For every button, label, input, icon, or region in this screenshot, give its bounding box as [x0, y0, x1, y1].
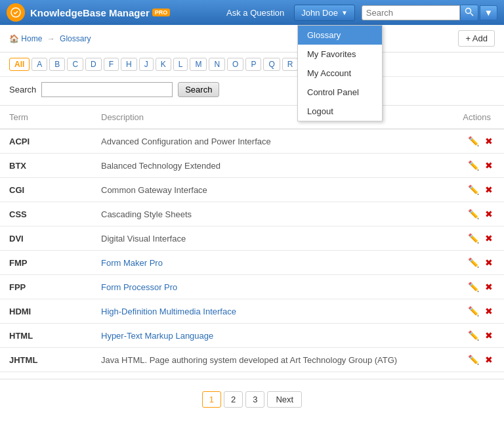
alpha-btn-o[interactable]: O: [227, 58, 243, 71]
alpha-btn-b[interactable]: B: [49, 58, 65, 71]
edit-icon[interactable]: ✏️: [467, 160, 479, 171]
alpha-btn-d[interactable]: D: [85, 58, 102, 71]
search-input[interactable]: [41, 82, 173, 97]
desc-cell: Form Processor Pro: [92, 275, 452, 299]
ask-question-link[interactable]: Ask a Question: [226, 8, 284, 18]
alpha-btn-m[interactable]: M: [190, 58, 207, 71]
alpha-btn-h[interactable]: H: [121, 58, 137, 71]
actions-cell: ✏️ ✖: [452, 299, 504, 324]
delete-icon[interactable]: ✖: [483, 232, 495, 244]
term-cell: HDMI: [0, 299, 92, 324]
menu-item-favorites[interactable]: My Favorites: [298, 45, 382, 64]
header-search: ▼: [362, 5, 497, 21]
menu-item-glossary[interactable]: Glossary: [298, 26, 382, 45]
alpha-filter: AllABCDFHJKLMNOPQRSUYZ: [0, 53, 504, 77]
edit-icon[interactable]: ✏️: [467, 232, 479, 244]
alpha-btn-n[interactable]: N: [209, 58, 225, 71]
header: KnowledgeBase Manager PRO Ask a Question…: [0, 0, 504, 25]
actions-cell: ✏️ ✖: [452, 178, 504, 202]
term-cell: ACPI: [0, 129, 92, 154]
alpha-btn-f[interactable]: F: [104, 58, 119, 71]
actions-cell: ✏️ ✖: [452, 324, 504, 348]
edit-icon[interactable]: ✏️: [467, 184, 479, 196]
edit-icon[interactable]: ✏️: [467, 354, 479, 366]
col-description: Description: [92, 106, 452, 129]
desc-cell: Advanced Configuration and Power Interfa…: [92, 129, 452, 154]
delete-icon[interactable]: ✖: [483, 184, 495, 196]
alpha-btn-q[interactable]: Q: [263, 58, 280, 71]
alpha-btn-j[interactable]: J: [139, 58, 154, 71]
delete-icon[interactable]: ✖: [483, 330, 495, 341]
delete-icon[interactable]: ✖: [483, 160, 495, 171]
delete-icon[interactable]: ✖: [483, 305, 495, 317]
desc-cell: Java HTML. Page authoring system develop…: [92, 348, 452, 372]
term-cell: CSS: [0, 202, 92, 226]
desc-cell: Hyper-Text Markup Language: [92, 324, 452, 348]
alpha-btn-p[interactable]: P: [245, 58, 261, 71]
table-row: FMP Form Maker Pro ✏️ ✖: [0, 251, 504, 275]
search-label: Search: [9, 85, 36, 95]
table-row: CSS Cascading Style Sheets ✏️ ✖: [0, 202, 504, 226]
edit-icon[interactable]: ✏️: [467, 135, 479, 147]
delete-icon[interactable]: ✖: [483, 208, 495, 220]
edit-icon[interactable]: ✏️: [467, 330, 479, 341]
header-search-input[interactable]: [362, 5, 460, 20]
term-cell: CGI: [0, 178, 92, 202]
edit-icon[interactable]: ✏️: [467, 257, 479, 268]
edit-icon[interactable]: ✏️: [467, 208, 479, 220]
menu-item-logout[interactable]: Logout: [298, 102, 382, 121]
col-term: Term: [0, 106, 92, 129]
alpha-btn-r[interactable]: R: [282, 58, 299, 71]
pagination-next-button[interactable]: Next: [267, 391, 302, 408]
actions-cell: ✏️ ✖: [452, 275, 504, 299]
delete-icon[interactable]: ✖: [483, 257, 495, 268]
table-header-row: Term Description Actions: [0, 106, 504, 129]
actions-cell: ✏️ ✖: [452, 348, 504, 372]
desc-cell: Cascading Style Sheets: [92, 202, 452, 226]
alpha-btn-c[interactable]: C: [67, 58, 83, 71]
add-button[interactable]: + Add: [458, 30, 495, 47]
logo: KnowledgeBase Manager PRO: [7, 3, 226, 22]
menu-item-control-panel[interactable]: Control Panel: [298, 83, 382, 102]
table-row: ACPI Advanced Configuration and Power In…: [0, 129, 504, 154]
delete-icon[interactable]: ✖: [483, 354, 495, 366]
col-actions: Actions: [452, 106, 504, 129]
actions-cell: ✏️ ✖: [452, 202, 504, 226]
page-btn-3[interactable]: 3: [245, 391, 264, 408]
actions-cell: ✏️ ✖: [452, 154, 504, 178]
edit-icon[interactable]: ✏️: [467, 281, 479, 293]
breadcrumb-current[interactable]: Glossary: [60, 34, 91, 43]
user-menu-button[interactable]: John Doe ▼: [294, 5, 355, 21]
desc-cell: Common Gateway Interface: [92, 178, 452, 202]
alpha-btn-k[interactable]: K: [156, 58, 171, 71]
page-btn-1[interactable]: 1: [202, 391, 221, 408]
term-cell: FPP: [0, 275, 92, 299]
glossary-table: Term Description Actions ACPI Advanced C…: [0, 106, 504, 372]
search-button[interactable]: Search: [178, 82, 219, 97]
term-cell: HTML: [0, 324, 92, 348]
menu-item-account[interactable]: My Account: [298, 64, 382, 83]
table-row: HTML Hyper-Text Markup Language ✏️ ✖: [0, 324, 504, 348]
term-cell: FMP: [0, 251, 92, 275]
desc-cell: High-Definition Multimedia Interface: [92, 299, 452, 324]
table-row: DVI Digital Visual Interface ✏️ ✖: [0, 226, 504, 251]
alpha-btn-all[interactable]: All: [9, 58, 30, 71]
actions-cell: ✏️ ✖: [452, 226, 504, 251]
alpha-btn-l[interactable]: L: [173, 58, 188, 71]
search-bar: Search Search: [0, 77, 504, 106]
svg-line-2: [471, 13, 473, 16]
delete-icon[interactable]: ✖: [483, 281, 495, 293]
logo-icon: [7, 3, 25, 22]
page-btn-2[interactable]: 2: [224, 391, 243, 408]
desc-cell: Digital Visual Interface: [92, 226, 452, 251]
desc-cell: Form Maker Pro: [92, 251, 452, 275]
dropdown-arrow-icon: ▼: [341, 9, 348, 16]
delete-icon[interactable]: ✖: [483, 135, 495, 147]
edit-icon[interactable]: ✏️: [467, 305, 479, 317]
alpha-btn-a[interactable]: A: [32, 58, 47, 71]
header-search-dropdown[interactable]: ▼: [480, 5, 497, 20]
pagination: 123Next: [0, 379, 504, 419]
user-dropdown-menu: Glossary My Favorites My Account Control…: [297, 25, 383, 121]
breadcrumb-home[interactable]: Home: [21, 34, 42, 43]
header-search-button[interactable]: [460, 5, 478, 21]
